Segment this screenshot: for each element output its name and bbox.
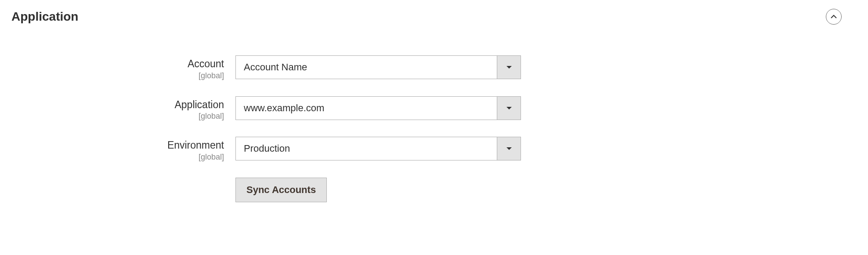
application-select[interactable]: www.example.com <box>235 96 521 120</box>
control-col: Sync Accounts <box>235 178 521 202</box>
label-col: Account [global] <box>11 55 235 80</box>
chevron-up-icon <box>831 13 837 21</box>
account-select[interactable]: Account Name <box>235 55 521 79</box>
account-scope: [global] <box>11 71 224 80</box>
form-area: Account [global] Account Name Applicatio… <box>11 55 842 202</box>
control-col: www.example.com <box>235 96 521 120</box>
section-header: Application <box>11 9 842 25</box>
caret-down-icon <box>497 97 521 120</box>
form-row-application: Application [global] www.example.com <box>11 96 842 121</box>
collapse-toggle[interactable] <box>826 9 842 25</box>
application-select-value: www.example.com <box>236 102 497 114</box>
environment-label: Environment <box>11 139 224 152</box>
caret-down-icon <box>497 56 521 79</box>
label-col: Application [global] <box>11 96 235 121</box>
control-col: Production <box>235 137 521 160</box>
application-label: Application <box>11 99 224 111</box>
caret-down-icon <box>497 137 521 160</box>
label-col-empty <box>11 178 235 180</box>
environment-scope: [global] <box>11 153 224 162</box>
form-row-actions: Sync Accounts <box>11 178 842 202</box>
environment-select-value: Production <box>236 143 497 154</box>
control-col: Account Name <box>235 55 521 79</box>
environment-select[interactable]: Production <box>235 137 521 160</box>
label-col: Environment [global] <box>11 137 235 162</box>
application-scope: [global] <box>11 112 224 121</box>
form-row-environment: Environment [global] Production <box>11 137 842 162</box>
account-label: Account <box>11 58 224 70</box>
section-title: Application <box>11 10 78 24</box>
sync-accounts-button[interactable]: Sync Accounts <box>235 178 327 202</box>
form-row-account: Account [global] Account Name <box>11 55 842 80</box>
account-select-value: Account Name <box>236 62 497 73</box>
